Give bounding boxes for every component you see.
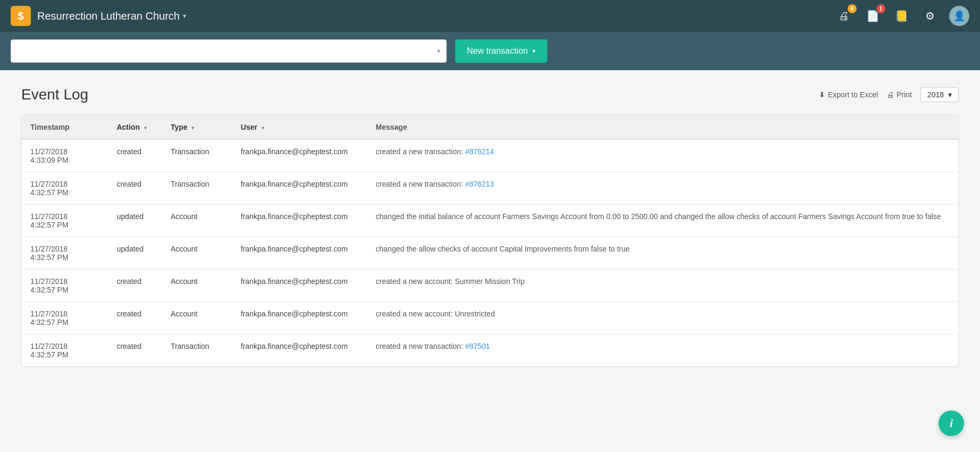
cell-timestamp: 11/27/20184:32:57 PM (22, 237, 108, 270)
cell-type: Transaction (162, 172, 232, 205)
search-container: ▾ (11, 39, 447, 63)
event-log-table: Timestamp Action ▾ Type ▾ User ▾ (22, 115, 958, 366)
print-button[interactable]: 🖨 Print (886, 90, 912, 99)
cell-action: updated (108, 205, 162, 237)
user-sort-icon: ▾ (262, 125, 264, 131)
export-excel-button[interactable]: ⬇ Export to Excel (819, 90, 878, 99)
main-content: Event Log ⬇ Export to Excel 🖨 Print 2018… (0, 70, 980, 452)
cell-timestamp: 11/27/20184:33:09 PM (22, 139, 108, 172)
header-left: $ Resurrection Lutheran Church ▾ (11, 6, 186, 26)
ledger-icon-button[interactable]: 📒 (892, 6, 911, 26)
gear-icon: ⚙ (925, 10, 935, 22)
document-icon-button[interactable]: 📄 1 (863, 6, 882, 26)
avatar-icon: 👤 (953, 10, 965, 22)
ledger-icon: 📒 (895, 10, 908, 22)
app-logo: $ (11, 6, 31, 26)
cell-timestamp: 11/27/20184:32:57 PM (22, 172, 108, 205)
cell-timestamp: 11/27/20184:32:57 PM (22, 302, 108, 334)
search-chevron-icon: ▾ (437, 47, 440, 55)
cell-action: created (108, 334, 162, 367)
table-header: Timestamp Action ▾ Type ▾ User ▾ (22, 115, 958, 139)
download-icon: ⬇ (819, 90, 825, 99)
cell-message: changed the allow checks of account Capi… (367, 237, 958, 270)
printer-icon: 🖨 (839, 10, 849, 22)
print-icon: 🖨 (886, 90, 894, 99)
col-user[interactable]: User ▾ (232, 115, 367, 139)
transaction-link[interactable]: #87501 (465, 342, 490, 350)
info-fab-button[interactable]: i (939, 411, 964, 436)
print-icon-button[interactable]: 🖨 6 (834, 6, 853, 26)
info-icon: i (950, 416, 953, 430)
cell-user: frankpa.finance@cpheptest.com (232, 237, 367, 270)
cell-message: created a new account: Unrestricted (367, 302, 958, 334)
transaction-link[interactable]: #876213 (465, 180, 495, 188)
cell-type: Account (162, 237, 232, 270)
cell-action: created (108, 172, 162, 205)
table-body: 11/27/20184:33:09 PMcreatedTransactionfr… (22, 139, 958, 366)
table-row: 11/27/20184:32:57 PMcreatedTransactionfr… (22, 172, 958, 205)
cell-user: frankpa.finance@cpheptest.com (232, 205, 367, 237)
org-chevron-icon: ▾ (183, 12, 186, 20)
event-log-header: Event Log ⬇ Export to Excel 🖨 Print 2018… (21, 86, 959, 103)
year-dropdown[interactable]: 2018 ▾ (920, 87, 959, 102)
cell-type: Account (162, 302, 232, 334)
cell-user: frankpa.finance@cpheptest.com (232, 270, 367, 302)
settings-icon-button[interactable]: ⚙ (920, 6, 940, 26)
header-right: 🖨 6 📄 1 📒 ⚙ 👤 (834, 6, 969, 26)
cell-message: created a new transaction: #87501 (367, 334, 958, 367)
cell-action: created (108, 270, 162, 302)
cell-message: created a new account: Summer Mission Tr… (367, 270, 958, 302)
transaction-link[interactable]: #876214 (465, 147, 495, 156)
cell-type: Transaction (162, 139, 232, 172)
new-transaction-chevron-icon: ▾ (532, 47, 535, 55)
cell-action: created (108, 302, 162, 334)
doc-badge: 1 (876, 4, 885, 13)
cell-user: frankpa.finance@cpheptest.com (232, 139, 367, 172)
cell-message: changed the initial balance of account F… (367, 205, 958, 237)
user-avatar-button[interactable]: 👤 (949, 6, 969, 26)
new-transaction-label: New transaction (467, 46, 528, 56)
cell-user: frankpa.finance@cpheptest.com (232, 172, 367, 205)
cell-action: updated (108, 237, 162, 270)
cell-user: frankpa.finance@cpheptest.com (232, 302, 367, 334)
main-header: $ Resurrection Lutheran Church ▾ 🖨 6 📄 1… (0, 0, 980, 32)
cell-type: Account (162, 205, 232, 237)
col-action[interactable]: Action ▾ (108, 115, 162, 139)
table-row: 11/27/20184:32:57 PMcreatedAccountfrankp… (22, 302, 958, 334)
col-message: Message (367, 115, 958, 139)
cell-timestamp: 11/27/20184:32:57 PM (22, 270, 108, 302)
action-sort-icon: ▾ (144, 125, 147, 131)
org-name-button[interactable]: Resurrection Lutheran Church ▾ (37, 10, 186, 22)
cell-message: created a new transaction: #876213 (367, 172, 958, 205)
cell-timestamp: 11/27/20184:32:57 PM (22, 334, 108, 367)
table-row: 11/27/20184:33:09 PMcreatedTransactionfr… (22, 139, 958, 172)
org-name-label: Resurrection Lutheran Church (37, 10, 180, 22)
sub-header: ▾ New transaction ▾ (0, 32, 980, 70)
cell-type: Account (162, 270, 232, 302)
cell-action: created (108, 139, 162, 172)
cell-message: created a new transaction: #876214 (367, 139, 958, 172)
table-row: 11/27/20184:32:57 PMcreatedTransactionfr… (22, 334, 958, 367)
table-row: 11/27/20184:32:57 PMupdatedAccountfrankp… (22, 205, 958, 237)
table-row: 11/27/20184:32:57 PMcreatedAccountfrankp… (22, 270, 958, 302)
col-timestamp: Timestamp (22, 115, 108, 139)
col-type[interactable]: Type ▾ (162, 115, 232, 139)
new-transaction-button[interactable]: New transaction ▾ (455, 39, 547, 63)
print-badge: 6 (848, 4, 857, 13)
year-chevron-icon: ▾ (948, 90, 952, 99)
cell-timestamp: 11/27/20184:32:57 PM (22, 205, 108, 237)
cell-type: Transaction (162, 334, 232, 367)
event-log-table-container: Timestamp Action ▾ Type ▾ User ▾ (21, 115, 959, 367)
year-label: 2018 (927, 90, 944, 99)
table-row: 11/27/20184:32:57 PMupdatedAccountfrankp… (22, 237, 958, 270)
search-input[interactable] (11, 39, 447, 63)
type-sort-icon: ▾ (191, 125, 194, 131)
page-title: Event Log (21, 86, 88, 103)
event-log-actions: ⬇ Export to Excel 🖨 Print 2018 ▾ (819, 87, 959, 102)
cell-user: frankpa.finance@cpheptest.com (232, 334, 367, 367)
